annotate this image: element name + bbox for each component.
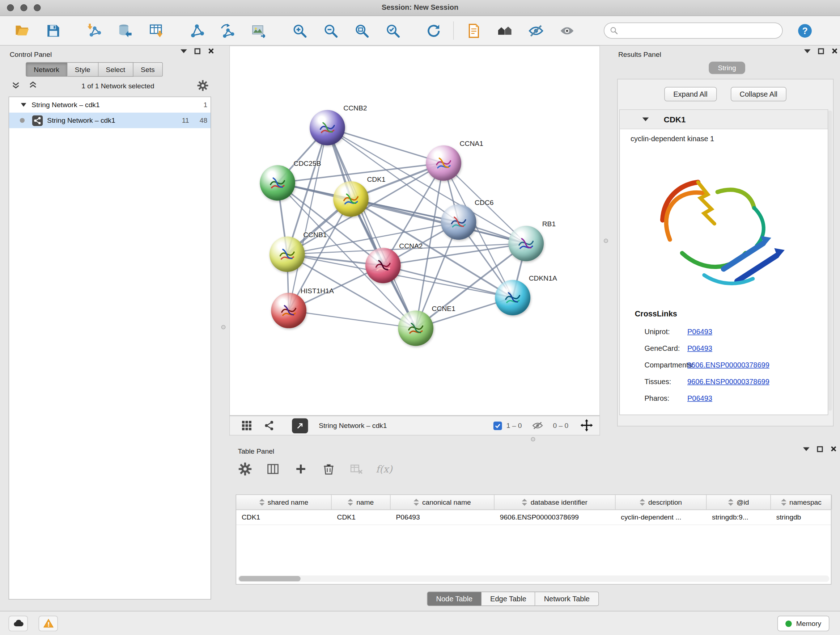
pan-move-icon[interactable] xyxy=(580,418,594,432)
collection-expand-icon[interactable] xyxy=(21,103,27,106)
import-network-file-icon[interactable] xyxy=(85,21,103,40)
share-network-icon[interactable] xyxy=(262,418,276,432)
hide-selected-eye-slash-icon[interactable] xyxy=(527,21,545,40)
table-horizontal-scrollbar[interactable] xyxy=(238,576,829,582)
table-panel-close-icon[interactable] xyxy=(830,446,837,452)
table-cell[interactable]: CDK1 xyxy=(236,510,332,524)
export-image-icon[interactable] xyxy=(249,21,268,40)
table-cell[interactable]: cyclin-dependent ... xyxy=(616,510,707,524)
column-header[interactable]: canonical name xyxy=(391,495,494,509)
graph-node-hist1h1a[interactable] xyxy=(271,293,306,328)
network-from-selection-icon[interactable] xyxy=(218,21,237,40)
scrollbar-thumb[interactable] xyxy=(239,576,300,581)
annotations-icon[interactable] xyxy=(464,21,483,40)
expand-all-networks-icon[interactable] xyxy=(29,81,39,91)
search-box[interactable] xyxy=(604,22,783,38)
show-all-eye-icon[interactable] xyxy=(558,21,576,40)
table-cell[interactable]: CDK1 xyxy=(332,510,391,524)
column-header[interactable]: namespac xyxy=(771,495,832,509)
import-network-database-icon[interactable] xyxy=(116,21,134,40)
splitter-handle-bottom[interactable] xyxy=(531,437,535,441)
column-header[interactable]: @id xyxy=(706,495,771,509)
crosslink-link[interactable]: 9606.ENSP00000378699 xyxy=(687,361,769,369)
tab-node-table[interactable]: Node Table xyxy=(427,592,482,606)
warnings-button[interactable] xyxy=(39,616,58,631)
splitter-handle-left[interactable] xyxy=(221,325,226,329)
control-panel-float-icon[interactable] xyxy=(195,48,201,54)
collapse-all-networks-icon[interactable] xyxy=(12,81,22,91)
tab-sets[interactable]: Sets xyxy=(133,62,163,77)
crosslink-link[interactable]: 9606.ENSP00000378699 xyxy=(687,378,769,386)
network-edge[interactable] xyxy=(289,128,327,310)
crosslink-link[interactable]: P06493 xyxy=(687,344,712,352)
column-header[interactable]: description xyxy=(616,495,707,509)
table-cell[interactable]: stringdb:9... xyxy=(706,510,771,524)
zoom-fit-icon[interactable] xyxy=(352,21,370,40)
results-scrollbar[interactable] xyxy=(828,111,832,411)
table-panel-float-icon[interactable] xyxy=(817,446,823,452)
graph-node-ccna1[interactable] xyxy=(426,145,461,181)
graph-node-ccne1[interactable] xyxy=(398,310,433,346)
graph-node-rb1[interactable] xyxy=(508,226,544,261)
entry-collapse-icon[interactable] xyxy=(643,117,649,121)
memory-button[interactable]: Memory xyxy=(777,616,829,631)
network-collection-row[interactable]: String Network – cdk1 1 xyxy=(9,97,210,112)
graph-node-cdkn1a[interactable] xyxy=(495,280,531,315)
results-panel-menu-icon[interactable] xyxy=(804,49,811,53)
control-panel-menu-icon[interactable] xyxy=(180,49,187,53)
open-in-browser-icon[interactable] xyxy=(292,418,308,433)
table-cell[interactable]: P06493 xyxy=(391,510,494,524)
collapse-all-button[interactable]: Collapse All xyxy=(730,87,786,101)
graph-node-cdc6[interactable] xyxy=(441,204,477,240)
table-row[interactable]: CDK1CDK1P064939606.ENSP00000378699cyclin… xyxy=(236,510,831,525)
graph-node-ccna2[interactable] xyxy=(365,248,401,283)
selected-checkbox-icon[interactable] xyxy=(493,421,502,430)
control-panel-close-icon[interactable] xyxy=(208,48,215,54)
tab-string[interactable]: String xyxy=(709,62,745,74)
network-edge[interactable] xyxy=(327,128,444,163)
crosslink-link[interactable]: P06493 xyxy=(687,394,712,402)
zoom-selected-icon[interactable] xyxy=(384,21,401,40)
tab-edge-table[interactable]: Edge Table xyxy=(482,592,535,606)
help-icon[interactable]: ? xyxy=(796,21,813,40)
tab-select[interactable]: Select xyxy=(98,62,133,77)
graph-node-cdk1[interactable] xyxy=(333,181,369,217)
network-row-selected[interactable]: String Network – cdk1 11 48 xyxy=(9,112,210,128)
tab-network-table[interactable]: Network Table xyxy=(535,592,599,606)
zoom-out-icon[interactable] xyxy=(322,21,340,40)
network-options-gear-icon[interactable] xyxy=(197,80,209,92)
zoom-in-icon[interactable] xyxy=(291,21,309,40)
column-header[interactable]: database identifier xyxy=(494,495,616,509)
graph-node-ccnb1[interactable] xyxy=(270,236,305,272)
import-table-icon[interactable] xyxy=(147,21,165,40)
birdseye-grid-icon[interactable] xyxy=(240,418,254,432)
open-session-icon[interactable] xyxy=(13,21,31,40)
network-edge[interactable] xyxy=(327,128,416,328)
results-panel-close-icon[interactable] xyxy=(831,48,838,54)
save-session-icon[interactable] xyxy=(44,21,62,40)
column-header[interactable]: name xyxy=(332,495,391,509)
delete-column-trash-icon[interactable] xyxy=(321,461,336,477)
home-panels-icon[interactable] xyxy=(496,21,514,40)
column-header[interactable]: shared name xyxy=(236,495,332,509)
network-view-canvas[interactable]: CCNB2CCNA1CDC25BCDK1CDC6RB1CCNB1CCNA2CDK… xyxy=(229,46,600,416)
table-cell[interactable]: stringdb xyxy=(771,510,832,524)
hidden-eye-slash-icon[interactable] xyxy=(531,418,545,432)
crosslink-link[interactable]: P06493 xyxy=(687,328,712,336)
search-input[interactable] xyxy=(622,27,777,35)
new-network-icon[interactable] xyxy=(187,21,205,40)
show-columns-icon[interactable] xyxy=(265,461,281,477)
graph-node-ccnb2[interactable] xyxy=(309,110,345,146)
tab-style[interactable]: Style xyxy=(67,62,98,77)
results-panel-float-icon[interactable] xyxy=(818,48,824,54)
cloud-status-button[interactable] xyxy=(9,616,28,631)
refresh-icon[interactable] xyxy=(424,21,442,40)
splitter-handle-right[interactable] xyxy=(604,239,608,243)
network-edge[interactable] xyxy=(289,310,416,328)
add-column-icon[interactable] xyxy=(293,461,309,477)
table-settings-gear-icon[interactable] xyxy=(237,461,253,477)
tab-network[interactable]: Network xyxy=(26,62,67,77)
table-panel-menu-icon[interactable] xyxy=(803,447,810,451)
graph-node-cdc25b[interactable] xyxy=(260,165,295,201)
expand-all-button[interactable]: Expand All xyxy=(664,87,717,101)
